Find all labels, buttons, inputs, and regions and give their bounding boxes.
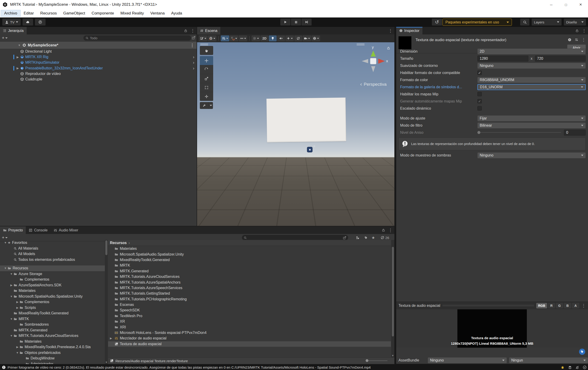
asset-list-item[interactable]: MRTK.Tutorials.PCHolographicRemoting	[108, 297, 391, 302]
prefab-open-chevron-icon[interactable]: ›	[193, 67, 194, 69]
asset-menu-icon[interactable]: ⋮	[582, 37, 586, 42]
asset-list-item[interactable]: Escenas	[108, 302, 391, 308]
plastic-scm-button[interactable]	[35, 19, 45, 26]
scene-toolbar-sphere-button[interactable]	[312, 35, 320, 41]
lock-icon[interactable]	[184, 29, 188, 32]
prefab-open-chevron-icon[interactable]: ›	[193, 56, 194, 58]
tree-item[interactable]: DebugWindow	[0, 356, 105, 361]
tool-hand-button[interactable]	[200, 46, 213, 55]
create-button[interactable]: +	[2, 235, 8, 240]
scene-toolbar-ruler-button[interactable]	[239, 35, 247, 41]
formato-dropdown[interactable]: R8G8B8A8_UNORM	[477, 77, 586, 83]
tree-item[interactable]: Todos los elementos prefabricados	[0, 257, 105, 263]
asset-list-item[interactable]: SpeechSDK	[108, 308, 391, 313]
tree-item[interactable]: ▶ Complementos	[0, 299, 105, 305]
tree-item[interactable]: ▼ Recursos	[0, 266, 105, 271]
modo-dropdown[interactable]: Bilinear	[477, 123, 586, 128]
list-scrollbar[interactable]: ▼	[391, 240, 394, 357]
expand-arrow-icon[interactable]: ▶	[15, 55, 20, 59]
expand-arrow-icon[interactable]: ▼	[9, 295, 14, 298]
tree-item[interactable]: ▶ Scripts	[0, 305, 105, 311]
overlay-handle[interactable]	[357, 44, 365, 45]
hierarchy-item[interactable]: Cuádruple	[0, 77, 197, 82]
panel-menu-icon[interactable]: ⋮	[388, 28, 393, 33]
maximize-button[interactable]: □	[558, 0, 573, 9]
preview-menu-icon[interactable]: ⋮	[582, 303, 586, 308]
video-quad-object[interactable]	[266, 98, 346, 143]
channel-b-button[interactable]: B	[564, 303, 571, 308]
hierarchy-item[interactable]: MRTKInputSimulator ›	[0, 60, 197, 65]
account-button[interactable]: TV	[2, 19, 21, 26]
favorites-filter-button[interactable]: ★	[370, 235, 377, 240]
tree-item[interactable]: ▼ MRTK	[0, 316, 105, 322]
menu-componente[interactable]: Componente	[88, 10, 117, 17]
menu-ventana[interactable]: Ventana	[147, 10, 168, 17]
tool-custom-button[interactable]	[200, 102, 208, 109]
channel-a-button[interactable]: A	[572, 303, 579, 308]
asset-list-item[interactable]: TextMesh Pro	[108, 313, 391, 319]
expand-arrow-icon[interactable]: ▼	[3, 267, 8, 270]
channel-r-button[interactable]: R	[548, 303, 555, 308]
formato-dropdown[interactable]: D16_UNORM	[477, 84, 586, 90]
prefab-open-chevron-icon[interactable]: ›	[193, 61, 194, 64]
collapse-arrow-icon[interactable]: ▼	[18, 44, 21, 47]
panel-menu-icon[interactable]: ⋮	[191, 28, 195, 33]
tree-item[interactable]: ▼ ★Favoritos	[0, 240, 105, 246]
audio-source-gizmo[interactable]	[307, 147, 313, 152]
scene-toolbar-2d-button[interactable]: 2D	[261, 35, 268, 41]
asset-list-item[interactable]: MRTK.Tutorials.AzureCloudServices	[108, 274, 391, 279]
lock-icon[interactable]	[575, 29, 579, 32]
menu-editar[interactable]: Editar	[21, 10, 37, 17]
scene-toolbar-audiooff-button[interactable]	[277, 35, 285, 41]
tab-hierarchy[interactable]: Jerarquía	[0, 27, 27, 34]
asset-list-item[interactable]: Materiales	[108, 246, 391, 251]
checkbox[interactable]: ✓	[477, 71, 482, 75]
assetbundle-variant-dropdown[interactable]: Ningun	[509, 357, 588, 363]
search-by-label-button[interactable]	[362, 235, 369, 240]
pause-button[interactable]	[291, 19, 301, 26]
layers-status-icon[interactable]	[568, 365, 572, 369]
notifications-muted-icon[interactable]	[575, 365, 579, 369]
hierarchy-search-input[interactable]: Todo	[84, 35, 191, 41]
tree-scrollbar[interactable]: ▼	[105, 240, 108, 364]
undo-history-button[interactable]: ↺	[432, 19, 442, 26]
scene-viewport[interactable]: y x ‹ Perspectiva	[197, 42, 394, 226]
layout-dropdown[interactable]: Diseño	[564, 19, 586, 26]
expand-arrow-icon[interactable]: ▶	[15, 345, 20, 349]
aniso-slider[interactable]	[477, 130, 561, 136]
breadcrumb[interactable]: Recursos ›	[108, 240, 391, 246]
menu-mixed-reality[interactable]: Mixed Reality	[117, 10, 147, 17]
asset-list-item[interactable]: ▶ Mezclador de audio espacial	[108, 336, 391, 341]
tree-item[interactable]: ▼ Azure Storage	[0, 271, 105, 277]
tab-audio-mixer[interactable]: Audio Mixer	[51, 226, 81, 234]
menu-gameobject[interactable]: GameObject	[60, 10, 88, 17]
scene-toolbar-eyeoff-button[interactable]	[294, 35, 302, 41]
scene-picker-icon[interactable]	[192, 36, 195, 40]
modo-dropdown[interactable]: Fijar	[477, 115, 586, 121]
lock-icon[interactable]	[382, 228, 385, 232]
asset-list-item[interactable]: XR	[108, 319, 391, 324]
projection-mode-label[interactable]: ‹ Perspectiva	[360, 82, 387, 87]
tree-item[interactable]: Sombreadores	[0, 322, 105, 328]
asset-list-item[interactable]: MixedRealityToolkit.Generated	[108, 257, 391, 263]
tree-item[interactable]: ▼ MRTK.Tutorials.AzureCloudServices	[0, 333, 105, 339]
thumbnail-size-slider[interactable]	[366, 360, 388, 361]
tool-transform-button[interactable]	[200, 92, 213, 101]
tool-recttool-button[interactable]	[200, 83, 213, 92]
expand-arrow-icon[interactable]: ▼	[9, 334, 14, 337]
expand-arrow-icon[interactable]: ▼	[9, 317, 14, 321]
hierarchy-item[interactable]: Directional Light	[0, 49, 197, 54]
asset-list-item[interactable]: XRI	[108, 324, 391, 330]
asset-list-item[interactable]: MRTK.Tutorials.AzureSpeechServices	[108, 285, 391, 291]
tree-item[interactable]: ▼ Objetos prefabricados	[0, 350, 105, 356]
experimental-packages-dropdown[interactable]: Paquetes experimentales en uso	[442, 19, 512, 26]
expand-arrow-icon[interactable]: ▼	[9, 272, 14, 276]
search-button[interactable]	[520, 19, 529, 26]
asset-list-item[interactable]: Textura de audio espacial	[108, 341, 391, 347]
tool-scale-button[interactable]	[200, 74, 213, 83]
menu-archivo[interactable]: Archivo	[1, 10, 21, 17]
scroll-down-icon[interactable]: ▼	[392, 354, 394, 357]
tab-proyecto[interactable]: Proyecto	[0, 226, 26, 234]
asset-list-item[interactable]: MRTK.Generated	[108, 268, 391, 274]
help-icon[interactable]: ?	[568, 38, 571, 41]
